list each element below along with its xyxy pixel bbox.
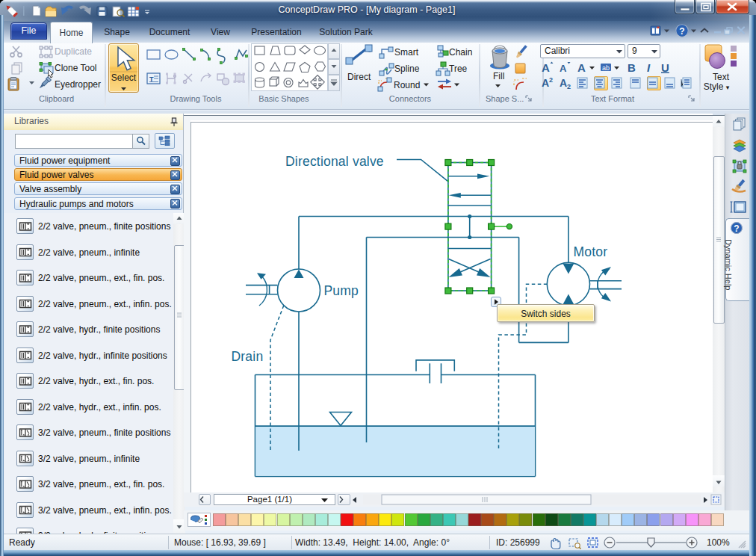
svg-text:100%: 100% (707, 537, 730, 548)
svg-text:Drain: Drain (232, 349, 264, 364)
svg-text:A: A (577, 61, 586, 74)
svg-text:A: A (542, 77, 549, 89)
svg-text:A: A (560, 77, 567, 89)
svg-text:A: A (560, 63, 567, 74)
svg-text:B: B (628, 61, 636, 74)
svg-text:?: ? (734, 223, 739, 234)
svg-text:A: A (542, 61, 550, 74)
svg-text:2: 2 (549, 76, 553, 84)
svg-text:I: I (647, 61, 651, 74)
svg-text:?: ? (679, 26, 684, 37)
svg-text:U: U (661, 61, 669, 74)
svg-text:Motor: Motor (574, 244, 608, 259)
svg-text:Directional valve: Directional valve (285, 154, 384, 169)
svg-text:2: 2 (567, 83, 571, 90)
svg-text:ab: ab (602, 64, 610, 72)
svg-text:Pump: Pump (324, 283, 359, 298)
